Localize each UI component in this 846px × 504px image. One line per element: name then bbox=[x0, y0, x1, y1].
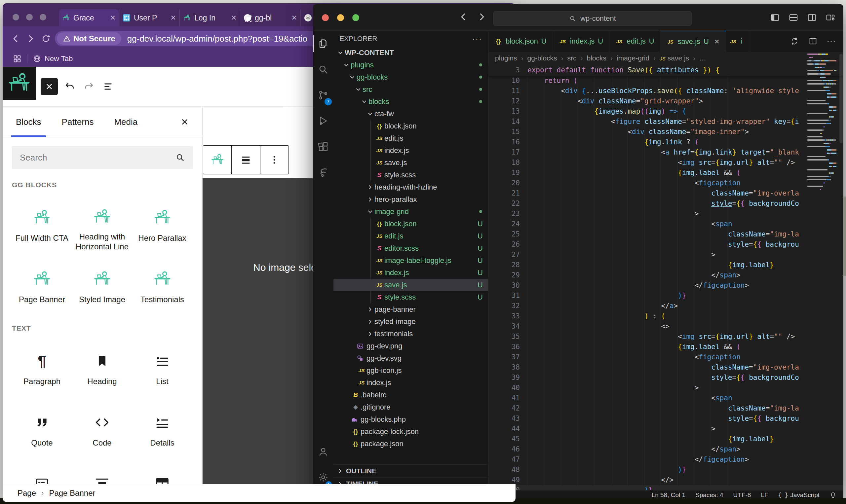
editor-tab-save-js[interactable]: JSsave.jsU✕ bbox=[660, 31, 726, 52]
file-block-json[interactable]: {}block.jsonU bbox=[333, 218, 488, 230]
source-control-icon[interactable]: 7 bbox=[313, 82, 333, 108]
browser-reload-icon[interactable] bbox=[40, 32, 52, 45]
encoding-status[interactable]: UTF-8 bbox=[733, 491, 751, 499]
apps-grid-icon[interactable] bbox=[13, 54, 22, 64]
editor-tab-block-json[interactable]: {}block.jsonU bbox=[489, 31, 553, 52]
block-item-list[interactable]: List bbox=[132, 333, 192, 394]
block-item-heading[interactable]: Heading bbox=[72, 333, 132, 394]
indentation-status[interactable]: Spaces: 4 bbox=[695, 491, 723, 499]
browser-tab-user-p[interactable]: User P✕ bbox=[119, 9, 179, 26]
block-item-page-banner[interactable]: Page Banner bbox=[12, 251, 72, 312]
tab-close-icon[interactable]: ✕ bbox=[170, 14, 176, 22]
block-item-hero-parallax[interactable]: Hero Parallax bbox=[132, 190, 192, 251]
outline-section[interactable]: OUTLINE bbox=[333, 464, 488, 477]
folder-styled-image[interactable]: styled-image bbox=[333, 316, 488, 328]
block-search-input[interactable]: Search bbox=[12, 146, 193, 169]
tab-close-icon[interactable]: ✕ bbox=[291, 14, 297, 22]
editor-scrollbar[interactable] bbox=[840, 54, 843, 143]
align-button[interactable] bbox=[231, 146, 260, 174]
file-index-js[interactable]: JSindex.jsU bbox=[333, 267, 488, 279]
breadcrumb-item[interactable]: blocks bbox=[586, 54, 606, 62]
file-edit-js[interactable]: JSedit.jsU bbox=[333, 230, 488, 242]
browser-forward-icon[interactable] bbox=[24, 32, 37, 45]
search-view-icon[interactable] bbox=[313, 56, 333, 82]
folder-page-banner[interactable]: page-banner bbox=[333, 303, 488, 316]
document-overview-button[interactable] bbox=[101, 79, 115, 94]
history-back-icon[interactable] bbox=[458, 12, 468, 22]
block-item-details[interactable]: Details bbox=[132, 394, 192, 456]
browser-tab-grace[interactable]: Grace✕ bbox=[59, 9, 119, 26]
browser-tab-log-in[interactable]: Log In✕ bbox=[179, 9, 240, 26]
notifications-bell-icon[interactable] bbox=[829, 491, 837, 499]
folder-image-grid[interactable]: image-grid bbox=[333, 205, 488, 218]
file-ggb-icon-js[interactable]: JSggb-icon.js bbox=[333, 364, 488, 377]
explorer-more-icon[interactable]: ··· bbox=[472, 34, 482, 43]
file-index-js[interactable]: JSindex.js bbox=[333, 377, 488, 389]
block-item-heading-with-horizontal-line[interactable]: Heading with Horizontal Line bbox=[72, 190, 132, 251]
breadcrumb-page[interactable]: Page bbox=[18, 488, 36, 498]
breadcrumb-page-banner[interactable]: Page Banner bbox=[49, 488, 95, 498]
folder-testimonials[interactable]: testimonials bbox=[333, 328, 488, 340]
block-item-styled-image[interactable]: Styled Image bbox=[72, 251, 132, 312]
breadcrumb-item[interactable]: plugins bbox=[495, 54, 517, 62]
undo-button[interactable] bbox=[63, 79, 77, 94]
folder-src[interactable]: src bbox=[333, 83, 488, 95]
close-inserter-icon[interactable] bbox=[180, 118, 189, 126]
split-editor-icon[interactable] bbox=[808, 37, 817, 46]
redo-button[interactable] bbox=[82, 79, 96, 94]
file--babelrc[interactable]: B.babelrc bbox=[333, 389, 488, 401]
explorer-icon[interactable] bbox=[313, 31, 333, 56]
block-type-button[interactable] bbox=[203, 146, 231, 174]
close-tab-icon[interactable]: ✕ bbox=[714, 38, 720, 46]
block-item-paragraph[interactable]: ¶Paragraph bbox=[12, 333, 72, 394]
breadcrumb-item[interactable]: … bbox=[699, 54, 706, 62]
code-editor[interactable]: 10 return (11 <div {...useBlockProps.sav… bbox=[489, 76, 843, 490]
breadcrumb-item[interactable]: image-grid bbox=[617, 54, 649, 62]
tab-close-icon[interactable]: ✕ bbox=[110, 14, 116, 22]
folder-hero-parallax[interactable]: hero-parallax bbox=[333, 193, 488, 205]
tab-close-icon[interactable]: ✕ bbox=[231, 14, 236, 22]
file-gg-blocks-php[interactable]: gg-blocks.php bbox=[333, 413, 488, 426]
inserter-tab-patterns[interactable]: Patterns bbox=[62, 107, 94, 137]
file-style-scss[interactable]: Sstyle.scssU bbox=[333, 291, 488, 303]
folder-blocks[interactable]: blocks bbox=[333, 95, 488, 108]
toggle-sidebar-icon[interactable] bbox=[770, 13, 780, 22]
run-debug-icon[interactable] bbox=[313, 108, 333, 134]
file-style-scss[interactable]: Sstyle.scss bbox=[333, 169, 488, 181]
toggle-panel-icon[interactable] bbox=[789, 13, 798, 22]
minimap[interactable] bbox=[807, 53, 838, 237]
extensions-icon[interactable] bbox=[313, 134, 333, 160]
editor-tab-i[interactable]: JSi bbox=[726, 31, 750, 52]
customize-layout-icon[interactable] bbox=[826, 13, 835, 22]
file-index-js[interactable]: JSindex.js bbox=[333, 144, 488, 157]
folder-wp-content[interactable]: WP-CONTENT bbox=[333, 47, 488, 59]
eol-status[interactable]: LF bbox=[761, 491, 768, 499]
history-forward-icon[interactable] bbox=[477, 12, 487, 22]
folder-heading-with-hzline[interactable]: heading-with-hzline bbox=[333, 181, 488, 193]
file-edit-js[interactable]: JSedit.js bbox=[333, 132, 488, 144]
not-secure-badge[interactable]: Not Secure bbox=[57, 32, 121, 45]
command-center-search[interactable]: wp-content bbox=[493, 11, 692, 26]
file-gg-dev-png[interactable]: gg-dev.png bbox=[333, 340, 488, 352]
folder-gg-blocks[interactable]: gg-blocks bbox=[333, 71, 488, 83]
editor-tab-index-js[interactable]: JSindex.jsU bbox=[553, 31, 610, 52]
block-item-code[interactable]: Code bbox=[72, 394, 132, 456]
breadcrumb-item[interactable]: JSsave.js bbox=[659, 54, 689, 62]
file-block-json[interactable]: {}block.json bbox=[333, 120, 488, 132]
editor-more-actions-icon[interactable]: ··· bbox=[827, 37, 836, 46]
breadcrumb-item[interactable]: gg-blocks bbox=[527, 54, 557, 62]
file-gg-dev-svg[interactable]: gg-dev.svg bbox=[333, 352, 488, 364]
file-image-label-toggle-js[interactable]: JSimage-label-toggle.jsU bbox=[333, 254, 488, 267]
tornado-extension-icon[interactable] bbox=[313, 160, 333, 185]
breadcrumbs[interactable]: plugins›gg-blocks›src›blocks›image-grid›… bbox=[489, 52, 807, 65]
editor-tab-edit-js[interactable]: JSedit.jsU bbox=[610, 31, 660, 52]
cursor-position[interactable]: Ln 58, Col 1 bbox=[652, 491, 685, 499]
new-tab-bookmark[interactable]: New Tab bbox=[33, 54, 73, 63]
browser-back-icon[interactable] bbox=[9, 32, 22, 45]
breadcrumb-item[interactable]: src bbox=[567, 54, 576, 62]
folder-cta-fw[interactable]: cta-fw bbox=[333, 108, 488, 120]
browser-traffic-lights[interactable] bbox=[13, 14, 46, 20]
inserter-toggle-button[interactable] bbox=[41, 78, 58, 95]
file-package-json[interactable]: {}package.json bbox=[333, 438, 488, 450]
block-options-button[interactable] bbox=[260, 146, 288, 174]
